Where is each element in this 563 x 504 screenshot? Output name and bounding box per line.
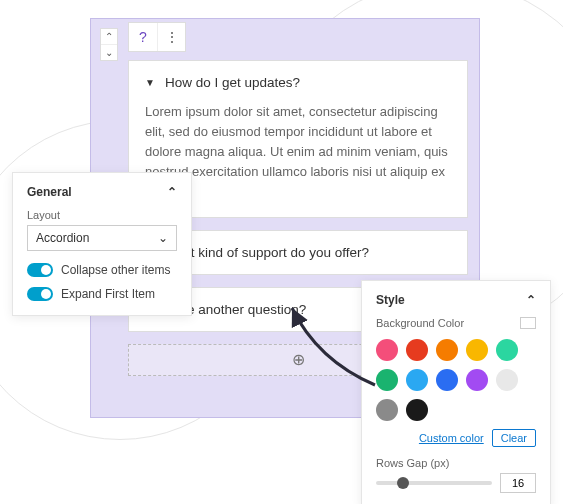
bg-color-label: Background Color: [376, 317, 464, 329]
chevron-up-icon: ⌃: [526, 293, 536, 307]
panel-title: Style: [376, 293, 405, 307]
plus-icon: ⊕: [292, 350, 305, 369]
color-swatch[interactable]: [406, 369, 428, 391]
color-swatch[interactable]: [466, 339, 488, 361]
panel-title: General: [27, 185, 72, 199]
nav-down-icon[interactable]: ⌄: [101, 44, 117, 60]
accordion-question: How do I get updates?: [165, 75, 300, 90]
nav-up-icon[interactable]: ⌃: [101, 29, 117, 44]
color-swatch[interactable]: [496, 339, 518, 361]
color-swatch[interactable]: [406, 399, 428, 421]
vertical-nav: ⌃ ⌄: [100, 28, 118, 61]
collapse-label: Collapse other items: [61, 263, 170, 277]
more-options-button[interactable]: ⋮: [157, 23, 185, 51]
chevron-up-icon: ⌃: [167, 185, 177, 199]
bg-color-swatch[interactable]: [520, 317, 536, 329]
color-swatch[interactable]: [376, 399, 398, 421]
expand-first-toggle[interactable]: [27, 287, 53, 301]
style-panel: Style ⌃ Background Color Custom color Cl…: [361, 280, 551, 504]
layout-label: Layout: [27, 209, 177, 221]
rows-gap-input[interactable]: [500, 473, 536, 493]
layout-value: Accordion: [36, 231, 89, 245]
color-swatch[interactable]: [496, 369, 518, 391]
block-toolbar: ? ⋮: [128, 22, 186, 52]
general-panel: General ⌃ Layout Accordion ⌄ Collapse ot…: [12, 172, 192, 316]
slider-thumb[interactable]: [397, 477, 409, 489]
color-swatch[interactable]: [406, 339, 428, 361]
rows-gap-label: Rows Gap (px): [376, 457, 536, 469]
expand-first-label: Expand First Item: [61, 287, 155, 301]
color-swatch[interactable]: [466, 369, 488, 391]
rows-gap-slider[interactable]: [376, 481, 492, 485]
help-icon: ?: [139, 29, 147, 45]
help-button[interactable]: ?: [129, 23, 157, 51]
chevron-down-icon: ⌄: [158, 231, 168, 245]
accordion-question: What kind of support do you offer?: [163, 245, 369, 260]
panel-header[interactable]: General ⌃: [27, 185, 177, 199]
color-palette: [376, 339, 536, 421]
chevron-down-icon: ▼: [145, 77, 155, 88]
color-swatch[interactable]: [436, 369, 458, 391]
kebab-icon: ⋮: [165, 29, 179, 45]
accordion-header[interactable]: ▼ How do I get updates?: [145, 75, 451, 90]
layout-select[interactable]: Accordion ⌄: [27, 225, 177, 251]
color-swatch[interactable]: [436, 339, 458, 361]
collapse-toggle[interactable]: [27, 263, 53, 277]
color-swatch[interactable]: [376, 339, 398, 361]
clear-button[interactable]: Clear: [492, 429, 536, 447]
color-swatch[interactable]: [376, 369, 398, 391]
custom-color-link[interactable]: Custom color: [419, 432, 484, 444]
panel-header[interactable]: Style ⌃: [376, 293, 536, 307]
